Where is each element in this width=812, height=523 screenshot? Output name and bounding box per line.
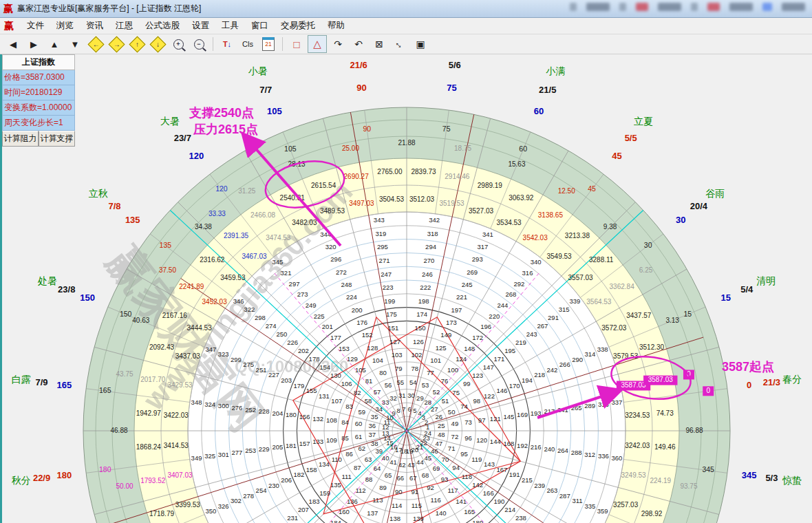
pan-down-button[interactable]: ↓ [148, 35, 167, 53]
svg-text:3234.53: 3234.53 [625, 412, 650, 419]
svg-text:183: 183 [309, 498, 320, 505]
svg-text:18.75: 18.75 [454, 145, 471, 152]
svg-text:205: 205 [272, 443, 283, 451]
svg-text:70: 70 [442, 456, 449, 463]
svg-text:105: 105 [267, 106, 282, 116]
svg-text:79: 79 [395, 365, 403, 372]
t-down-button[interactable]: T↓ [217, 35, 237, 53]
svg-text:154: 154 [319, 363, 330, 371]
menu-item-tools[interactable]: 工具 [215, 19, 245, 32]
svg-text:150: 150 [415, 324, 426, 332]
svg-text:22/9: 22/9 [33, 473, 50, 483]
app-window: { "window": { "title": "赢家江恩专业版[赢家服务平台] … [0, 0, 812, 523]
svg-text:180: 180 [286, 411, 297, 418]
menu-item-window[interactable]: 窗口 [245, 19, 275, 32]
svg-text:61: 61 [355, 433, 363, 440]
svg-text:130: 130 [330, 372, 341, 379]
nav-right-button[interactable]: ▶ [24, 35, 43, 53]
svg-text:52: 52 [433, 388, 440, 396]
cls-button[interactable]: Cls [238, 35, 257, 53]
svg-text:169: 169 [517, 411, 528, 418]
svg-text:123: 123 [472, 372, 483, 379]
gann-wheel-chart[interactable]: 赢家财富网www.yingjia360.comQQ:10080036012345… [2, 54, 812, 523]
svg-text:243: 243 [526, 330, 537, 338]
svg-text:105: 105 [284, 145, 297, 153]
svg-text:166: 166 [483, 489, 494, 497]
svg-text:253: 253 [245, 447, 256, 454]
box-x-button[interactable]: ⊠ [370, 35, 389, 53]
calc-support-button[interactable]: 计算支撑 [39, 131, 75, 147]
svg-text:228: 228 [259, 407, 270, 415]
calendar-button[interactable]: 21 [259, 35, 278, 53]
svg-text:3.13: 3.13 [665, 317, 679, 324]
svg-text:3519.53: 3519.53 [439, 200, 464, 207]
svg-text:3467.03: 3467.03 [242, 253, 267, 260]
svg-text:179: 179 [293, 382, 304, 389]
svg-text:秋分: 秋分 [12, 475, 31, 486]
svg-text:60: 60 [534, 106, 544, 116]
nav-up-button[interactable]: ▲ [45, 35, 64, 53]
svg-text:323: 323 [218, 350, 229, 358]
zoom-out-button[interactable]: − [189, 35, 209, 53]
svg-text:147: 147 [483, 363, 494, 371]
menu-item-formula-stock-pick[interactable]: 公式选股 [139, 19, 186, 32]
pan-left-button[interactable]: ← [86, 35, 105, 53]
zoom-in-button[interactable]: + [169, 35, 188, 53]
rotate-cw-button[interactable]: ↷ [328, 35, 348, 53]
svg-text:175: 175 [386, 310, 397, 318]
square-tool-button[interactable]: □ [287, 35, 306, 53]
svg-text:68: 68 [422, 471, 429, 479]
calc-resistance-button[interactable]: 计算阻力 [2, 131, 39, 147]
svg-text:120: 120 [476, 436, 487, 444]
svg-text:3138.65: 3138.65 [538, 211, 564, 219]
svg-text:107: 107 [331, 397, 342, 405]
svg-text:181: 181 [286, 442, 297, 449]
svg-text:120: 120 [189, 151, 204, 161]
svg-text:57: 57 [374, 388, 381, 396]
svg-text:195: 195 [504, 347, 515, 354]
svg-text:341: 341 [482, 231, 493, 238]
menu-item-trade-entrust[interactable]: 交易委托 [275, 19, 321, 32]
svg-text:150: 150 [120, 310, 132, 318]
menu-item-settings[interactable]: 设置 [186, 19, 215, 32]
triangle-tool-button[interactable]: △ [308, 35, 327, 53]
svg-text:0: 0 [747, 380, 751, 390]
pan-up-button[interactable]: ↑ [127, 35, 147, 53]
menu-item-file[interactable]: 文件 [21, 19, 50, 32]
svg-text:297: 297 [289, 280, 300, 288]
svg-text:251: 251 [256, 366, 267, 374]
svg-text:15: 15 [684, 310, 692, 318]
svg-text:7: 7 [402, 405, 405, 413]
svg-text:1942.97: 1942.97 [136, 409, 162, 417]
svg-text:3534.53: 3534.53 [497, 219, 522, 226]
menu-item-help[interactable]: 帮助 [321, 19, 351, 32]
nav-down-button[interactable]: ▼ [65, 35, 85, 53]
menu-item-browse[interactable]: 浏览 [50, 19, 80, 32]
svg-text:231: 231 [287, 514, 298, 522]
nav-left-button[interactable]: ◀ [3, 35, 23, 53]
svg-text:132: 132 [312, 415, 323, 423]
svg-text:150: 150 [80, 292, 95, 303]
svg-text:1793.52: 1793.52 [140, 477, 166, 484]
svg-text:45: 45 [588, 184, 596, 193]
svg-text:124: 124 [456, 355, 467, 363]
svg-text:216: 216 [531, 443, 542, 451]
board-button[interactable]: ▣ [411, 35, 430, 53]
svg-text:清明: 清明 [756, 275, 776, 286]
svg-text:121: 121 [490, 415, 501, 423]
svg-text:152: 152 [362, 331, 373, 339]
pan-right-button[interactable]: → [107, 35, 126, 53]
svg-text:97: 97 [478, 416, 486, 424]
svg-text:319: 319 [375, 230, 386, 237]
collapse-button[interactable]: ↔ [390, 35, 409, 53]
svg-text:3362.84: 3362.84 [610, 283, 635, 290]
svg-text:81: 81 [365, 377, 373, 385]
menu-item-news[interactable]: 资讯 [80, 19, 109, 32]
svg-text:44: 44 [416, 458, 424, 466]
svg-text:24: 24 [424, 429, 431, 437]
svg-text:254: 254 [256, 487, 267, 494]
svg-text:60: 60 [519, 145, 527, 153]
rotate-ccw-button[interactable]: ↶ [349, 35, 368, 53]
svg-text:248: 248 [341, 281, 352, 288]
menu-item-gann[interactable]: 江恩 [109, 19, 139, 32]
